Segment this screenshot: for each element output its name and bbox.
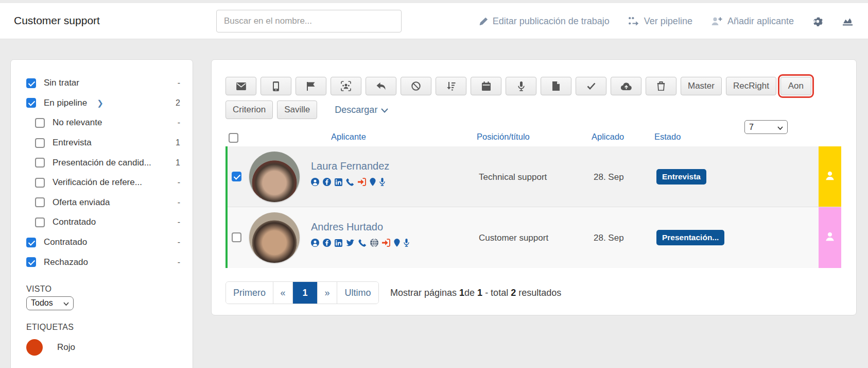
filter-contratado-sub[interactable]: Contratado - bbox=[26, 212, 180, 232]
column-header-posicion[interactable]: Posición/título bbox=[477, 132, 530, 142]
filter-entrevista[interactable]: Entrevista 1 bbox=[26, 133, 180, 153]
reply-button[interactable] bbox=[366, 77, 396, 95]
pagination-page-1[interactable]: 1 bbox=[293, 282, 318, 304]
approve-button[interactable] bbox=[576, 77, 606, 95]
statistics-button[interactable] bbox=[842, 16, 853, 26]
microphone-icon[interactable] bbox=[404, 239, 409, 247]
checkbox[interactable] bbox=[26, 257, 36, 267]
saville-label: Saville bbox=[284, 105, 310, 115]
pagination-last-button[interactable]: Ultimo bbox=[337, 282, 378, 304]
criterion-button[interactable]: Criterion bbox=[225, 101, 273, 119]
master-button[interactable]: Master bbox=[681, 77, 722, 95]
delete-button[interactable] bbox=[646, 77, 676, 95]
twitter-icon[interactable] bbox=[346, 239, 355, 246]
filter-rechazado[interactable]: Rechazado - bbox=[26, 252, 180, 272]
linkedin-icon[interactable] bbox=[335, 178, 342, 186]
audio-button[interactable] bbox=[506, 77, 536, 95]
ban-icon bbox=[411, 81, 421, 91]
pagination-first-button[interactable]: Primero bbox=[226, 282, 273, 304]
select-all-checkbox[interactable] bbox=[229, 133, 238, 143]
aon-button[interactable]: Aon bbox=[780, 77, 811, 95]
filter-contratado[interactable]: Contratado - bbox=[26, 232, 180, 253]
criterion-label: Criterion bbox=[233, 105, 266, 115]
page-size-value: 7 bbox=[749, 123, 754, 132]
flag-button[interactable] bbox=[296, 77, 326, 95]
avatar[interactable] bbox=[249, 152, 300, 202]
microphone-icon[interactable] bbox=[379, 178, 385, 186]
status-badge[interactable]: Presentación... bbox=[656, 230, 724, 245]
chevron-right-icon[interactable]: ❯ bbox=[97, 98, 103, 108]
table-row[interactable]: Laura Fernandez Technical support 28. Se… bbox=[228, 146, 841, 207]
user-circle-icon[interactable] bbox=[311, 178, 319, 186]
envelope-icon bbox=[236, 82, 246, 90]
column-header-estado[interactable]: Estado bbox=[654, 132, 681, 142]
filter-presentacion[interactable]: Presentación de candid... 1 bbox=[26, 153, 180, 173]
user-circle-icon[interactable] bbox=[311, 239, 319, 247]
facebook-icon[interactable] bbox=[323, 178, 331, 186]
sort-button[interactable] bbox=[436, 77, 466, 95]
calendar-button[interactable] bbox=[471, 77, 501, 95]
phone-icon[interactable] bbox=[358, 239, 367, 247]
filter-oferta-enviada[interactable]: Oferta enviada - bbox=[26, 193, 180, 213]
filter-count: 2 bbox=[176, 98, 180, 108]
filter-count: 1 bbox=[176, 158, 180, 168]
filter-en-pipeline[interactable]: En pipeline ❯ 2 bbox=[26, 93, 180, 113]
row-color-bar[interactable] bbox=[819, 146, 841, 207]
avatar[interactable] bbox=[249, 212, 300, 263]
visto-select[interactable]: Todos bbox=[26, 296, 74, 310]
tag-color-dot[interactable] bbox=[26, 339, 43, 356]
row-checkbox[interactable] bbox=[232, 172, 241, 181]
filter-no-relevante[interactable]: No relevante - bbox=[26, 113, 180, 133]
filter-count: - bbox=[178, 118, 180, 127]
applicant-name[interactable]: Laura Fernandez bbox=[311, 160, 389, 172]
settings-button[interactable] bbox=[812, 16, 823, 27]
row-checkbox[interactable] bbox=[232, 232, 241, 242]
table-row[interactable]: Andres Hurtado Customer support 28. Sep … bbox=[228, 207, 841, 268]
edit-job-posting-button[interactable]: Editar publicación de trabajo bbox=[479, 16, 610, 27]
checkbox[interactable] bbox=[35, 138, 45, 148]
pagination-prev-button[interactable]: « bbox=[273, 282, 293, 304]
checkbox[interactable] bbox=[35, 178, 45, 188]
add-applicant-button[interactable]: Añadir aplicante bbox=[711, 16, 794, 27]
checkbox[interactable] bbox=[35, 118, 45, 128]
pagination-next-button[interactable]: » bbox=[318, 282, 337, 304]
map-marker-icon[interactable] bbox=[394, 239, 400, 247]
applicant-name[interactable]: Andres Hurtado bbox=[311, 221, 383, 233]
globe-icon[interactable] bbox=[370, 239, 378, 247]
upload-button[interactable] bbox=[611, 77, 641, 95]
checkbox[interactable] bbox=[26, 78, 36, 88]
column-header-aplicante[interactable]: Aplicante bbox=[331, 132, 366, 142]
phone-icon[interactable] bbox=[346, 178, 354, 186]
sms-button[interactable] bbox=[261, 77, 291, 95]
download-label: Descargar bbox=[335, 105, 377, 115]
recright-button[interactable]: RecRight bbox=[726, 77, 776, 95]
column-header-aplicado[interactable]: Aplicado bbox=[592, 132, 624, 142]
download-dropdown[interactable]: Descargar bbox=[335, 105, 388, 115]
sign-in-icon[interactable] bbox=[358, 178, 366, 186]
checkbox[interactable] bbox=[26, 98, 36, 108]
view-pipeline-button[interactable]: Ver pipeline bbox=[628, 16, 692, 27]
block-button[interactable] bbox=[401, 77, 431, 95]
email-button[interactable] bbox=[225, 77, 256, 95]
checkbox[interactable] bbox=[35, 158, 45, 168]
filter-sin-tratar[interactable]: Sin tratar - bbox=[26, 73, 180, 93]
saville-button[interactable]: Saville bbox=[277, 101, 317, 119]
document-button[interactable] bbox=[541, 77, 571, 95]
sign-in-icon[interactable] bbox=[382, 239, 390, 247]
video-interview-button[interactable] bbox=[331, 77, 361, 95]
linkedin-icon[interactable] bbox=[335, 239, 342, 247]
actions-toolbar: Master RecRight Aon bbox=[225, 77, 811, 95]
facebook-icon[interactable] bbox=[323, 239, 331, 247]
map-marker-icon[interactable] bbox=[370, 178, 376, 186]
gear-icon bbox=[812, 16, 823, 27]
status-badge[interactable]: Entrevista bbox=[656, 169, 706, 185]
checkbox[interactable] bbox=[35, 218, 45, 227]
tag-rojo[interactable]: Rojo bbox=[26, 339, 180, 356]
checkbox[interactable] bbox=[35, 197, 45, 207]
filter-verificacion[interactable]: Verificación de refere... - bbox=[26, 173, 180, 193]
checkbox[interactable] bbox=[26, 238, 36, 247]
summary-text: Mostrar páginas bbox=[390, 288, 459, 298]
search-input[interactable] bbox=[216, 10, 402, 32]
row-color-bar[interactable] bbox=[819, 207, 841, 268]
page-title: Customer support bbox=[14, 14, 100, 27]
